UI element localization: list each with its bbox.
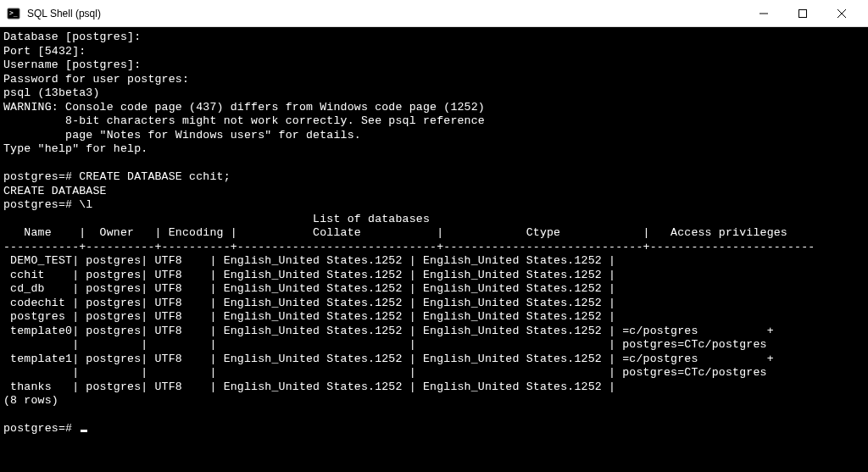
table-rows: DEMO_TEST| postgres| UTF8 | English_Unit…	[3, 254, 774, 393]
titlebar: >_ SQL Shell (psql)	[0, 0, 868, 27]
minimize-button[interactable]	[744, 0, 783, 27]
terminal-body[interactable]: Database [postgres]: Port [5432]: Userna…	[0, 27, 868, 472]
cursor	[81, 430, 87, 432]
table-header-line: Name | Owner | Encoding | Collate | Ctyp…	[3, 226, 815, 239]
close-button[interactable]	[822, 0, 861, 27]
terminal-icon: >_	[7, 7, 20, 20]
svg-rect-3	[799, 9, 807, 17]
row-count: (8 rows)	[3, 394, 58, 407]
terminal-pre-lines: Database [postgres]: Port [5432]: Userna…	[3, 31, 485, 211]
svg-text:>_: >_	[9, 9, 18, 17]
maximize-button[interactable]	[783, 0, 822, 27]
table-title-line: List of databases	[3, 213, 746, 225]
table-divider-line: -----------+----------+----------+------…	[3, 241, 815, 253]
window-controls	[744, 0, 861, 27]
window-title: SQL Shell (psql)	[27, 8, 744, 19]
prompt: postgres=#	[3, 422, 79, 435]
